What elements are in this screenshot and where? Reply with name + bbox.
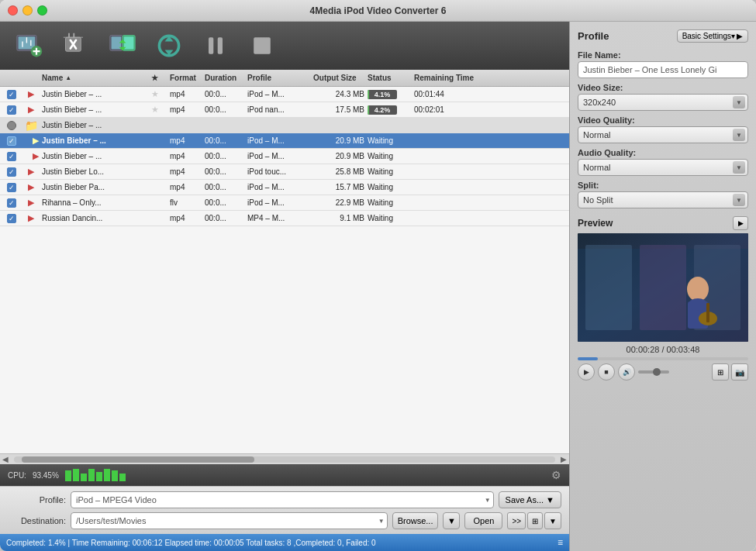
volume-slider[interactable] (638, 370, 669, 374)
video-size-select[interactable]: 320x240 640x480 (578, 94, 748, 111)
fullscreen-button[interactable]: ⊞ (712, 363, 729, 381)
video-quality-label: Video Quality: (578, 115, 748, 125)
checkbox-partial[interactable] (7, 121, 16, 130)
browse-button[interactable]: Browse... (392, 512, 439, 529)
table-row-group[interactable]: 📁 Justin Bieber – ... (0, 118, 569, 133)
row-checkbox[interactable]: ✓ (0, 105, 23, 115)
row-profile: iPod – M... (246, 198, 312, 207)
checkbox-checked[interactable]: ✓ (7, 183, 16, 192)
cpu-status-bar: CPU: 93.45% ⚙ (0, 464, 569, 486)
checkbox-checked[interactable]: ✓ (7, 90, 16, 99)
video-icon: ▶ (28, 105, 34, 115)
row-star: ★ (151, 105, 168, 115)
camera-button[interactable]: 📷 (731, 363, 748, 381)
row-format: mp4 (168, 214, 203, 222)
row-checkbox[interactable]: ✓ (0, 136, 23, 146)
split-select[interactable]: No Split By Size By Time (578, 191, 748, 208)
checkbox-checked[interactable]: ✓ (7, 198, 16, 208)
preview-next-button[interactable]: ▶ (733, 216, 748, 230)
th-name[interactable]: Name ▲ (39, 74, 151, 82)
row-duration: 00:0... (203, 214, 246, 222)
profile-select-wrap: ▼ (71, 491, 494, 508)
audio-quality-select[interactable]: Normal High Low (578, 159, 748, 176)
table-row[interactable]: ✓ ▶ Rihanna – Only... flv 00:0... iPod –… (0, 195, 569, 211)
scroll-left-arrow[interactable]: ◀ (0, 455, 11, 463)
add-files-button[interactable] (9, 28, 50, 64)
media-button-1[interactable]: >> (507, 512, 526, 529)
play-button[interactable]: ▶ (578, 363, 595, 381)
media-button-2[interactable]: ⊞ (527, 512, 543, 529)
video-quality-group: Video Quality: Normal High Low ▼ (578, 115, 748, 143)
stop-preview-button[interactable]: ■ (598, 363, 615, 381)
file-name-group: File Name: (578, 50, 748, 78)
table-row[interactable]: ✓ ▶ Justin Bieber Lo... mp4 00:0... iPod… (0, 164, 569, 180)
preview-progress-bar[interactable] (578, 357, 748, 360)
row-checkbox[interactable]: ✓ (0, 167, 23, 177)
video-thumbnail (578, 233, 748, 342)
checkbox-checked[interactable]: ✓ (7, 136, 16, 146)
table-row[interactable]: ✓ ▶ Justin Bieber – ... ★ mp4 00:0... iP… (0, 102, 569, 118)
volume-knob[interactable] (653, 368, 661, 376)
h-scrollbar-thumb[interactable] (22, 456, 254, 463)
svg-point-32 (689, 298, 707, 311)
pause-button[interactable] (195, 28, 236, 64)
table-row[interactable]: ✓ ▶ Russian Dancin... mp4 00:0... MP4 – … (0, 211, 569, 226)
row-profile: iPod – M... (246, 183, 312, 191)
table-row-selected[interactable]: ✓ ▶ Justin Bieber – ... mp4 00:0... iPod… (0, 133, 569, 149)
h-scrollbar-track[interactable] (14, 456, 555, 463)
checkbox-checked[interactable]: ✓ (7, 167, 16, 177)
row-duration: 00:0... (203, 183, 246, 191)
checkbox-checked[interactable]: ✓ (7, 105, 16, 115)
refresh-button[interactable] (149, 28, 189, 64)
progress-fill (368, 90, 369, 99)
checkbox-checked[interactable]: ✓ (7, 152, 16, 161)
row-profile: iPod touc... (246, 167, 312, 176)
browse-dropdown-arrow-button[interactable]: ▼ (443, 512, 460, 529)
horizontal-scrollbar[interactable]: ◀ ▶ (0, 453, 569, 464)
video-quality-select[interactable]: Normal High Low (578, 126, 748, 143)
row-checkbox[interactable]: ✓ (0, 90, 23, 99)
row-remaining: 00:02:01 (413, 105, 569, 114)
media-button-3[interactable]: ▼ (544, 512, 561, 529)
settings-gear-button[interactable]: ⚙ (551, 469, 561, 481)
volume-button[interactable]: 🔊 (618, 363, 635, 381)
row-duration: 00:0... (203, 105, 246, 114)
row-star: ★ (151, 89, 168, 99)
row-checkbox[interactable]: ✓ (0, 214, 23, 223)
destination-select-wrap: ▼ (71, 512, 388, 529)
convert-button[interactable] (102, 28, 143, 64)
remove-files-button[interactable] (56, 28, 96, 64)
svg-rect-28 (640, 245, 686, 330)
row-checkbox[interactable] (0, 121, 23, 130)
file-name-input[interactable] (578, 61, 748, 78)
th-profile: Profile (246, 74, 312, 82)
row-checkbox[interactable]: ✓ (0, 183, 23, 192)
save-as-button[interactable]: Save As... ▼ (499, 491, 561, 508)
row-name: Russian Dancin... (39, 214, 151, 222)
scroll-right-arrow[interactable]: ▶ (558, 455, 569, 463)
progress-text: 4.1% (375, 91, 391, 98)
basic-settings-button[interactable]: Basic Settings▾ ▶ (677, 29, 748, 43)
row-checkbox[interactable]: ✓ (0, 152, 23, 161)
th-status: Status (366, 74, 413, 82)
table-row[interactable]: ✓ ▶ Justin Bieber – ... ★ mp4 00:0... iP… (0, 87, 569, 102)
open-button[interactable]: Open (464, 512, 502, 529)
row-icon: ▶ (23, 151, 39, 161)
table-row[interactable]: ✓ ▶ Justin Bieber Pa... mp4 00:0... iPod… (0, 180, 569, 195)
row-icon: ▶ (23, 167, 39, 177)
destination-input[interactable] (71, 512, 388, 529)
profile-header: Profile Basic Settings▾ ▶ (578, 29, 748, 43)
table-row[interactable]: ✓ ▶ Justin Bieber – ... mp4 00:0... iPod… (0, 149, 569, 164)
maximize-button[interactable] (37, 5, 47, 15)
destination-row: Destination: ▼ Browse... ▼ Open (8, 512, 561, 529)
split-select-wrap: No Split By Size By Time ▼ (578, 191, 748, 208)
minimize-button[interactable] (22, 5, 33, 15)
stop-button[interactable] (242, 28, 282, 64)
row-checkbox[interactable]: ✓ (0, 198, 23, 208)
row-output-size: 25.8 MB (312, 167, 366, 176)
row-status: Waiting (366, 152, 413, 160)
checkbox-checked[interactable]: ✓ (7, 214, 16, 223)
split-group: Split: No Split By Size By Time ▼ (578, 181, 748, 208)
close-button[interactable] (8, 5, 18, 15)
profile-input[interactable] (71, 491, 494, 508)
